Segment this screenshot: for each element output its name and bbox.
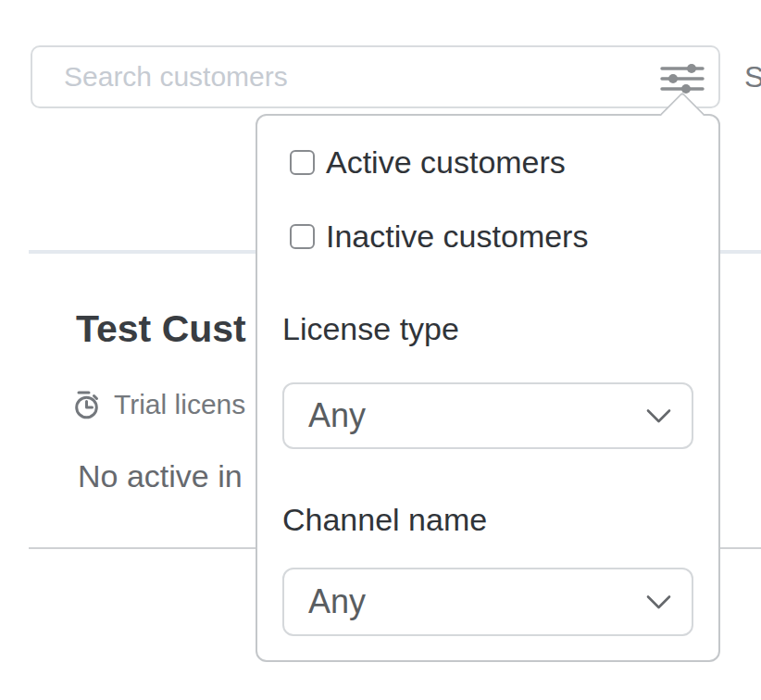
sliders-icon: [660, 64, 705, 94]
search-input[interactable]: [32, 47, 718, 106]
timer-icon: [74, 390, 102, 420]
inactive-customers-checkbox[interactable]: [290, 224, 315, 249]
active-customers-row[interactable]: Active customers: [282, 149, 693, 175]
chevron-down-icon: [646, 408, 671, 424]
channel-name-select[interactable]: Any: [282, 568, 693, 636]
customers-page: S Test Cust Trial licens No active in Ac…: [0, 0, 761, 700]
search-bar: [31, 45, 720, 108]
license-badge: Trial licens: [74, 389, 245, 420]
license-badge-label: Trial licens: [114, 389, 245, 420]
channel-name-label: Channel name: [282, 503, 693, 536]
truncated-control-right[interactable]: S: [744, 45, 761, 108]
license-type-select[interactable]: Any: [282, 382, 693, 449]
customer-status-text: No active in: [78, 458, 243, 494]
license-type-value: Any: [308, 396, 366, 435]
inactive-customers-label: Inactive customers: [326, 219, 588, 255]
filter-button[interactable]: [659, 62, 705, 95]
chevron-down-icon: [646, 594, 671, 610]
active-customers-label: Active customers: [326, 144, 566, 181]
customer-title: Test Cust: [76, 306, 246, 351]
channel-name-value: Any: [308, 582, 366, 621]
active-customers-checkbox[interactable]: [290, 150, 315, 175]
license-type-label: License type: [282, 312, 693, 345]
inactive-customers-row[interactable]: Inactive customers: [282, 223, 693, 249]
filter-dropdown-panel: Active customers Inactive customers Lice…: [256, 114, 720, 662]
